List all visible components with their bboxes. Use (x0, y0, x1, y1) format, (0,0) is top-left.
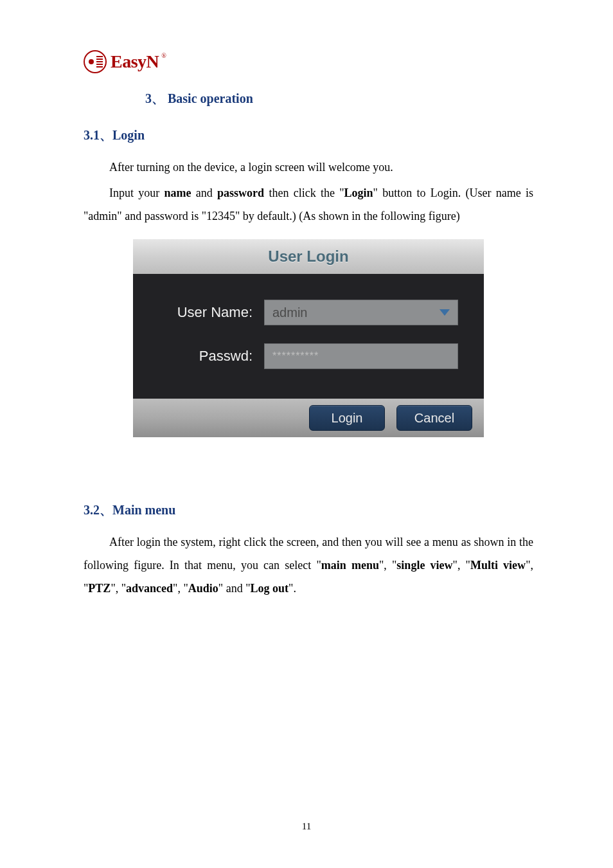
username-label: User Name: (159, 304, 264, 321)
section-title: 3、 Basic operation (145, 90, 533, 107)
brand-name: EasyN (111, 51, 159, 72)
dialog-footer: Login Cancel (133, 399, 484, 437)
brand-logo: EasyN ® (84, 50, 168, 73)
svg-point-1 (89, 59, 94, 64)
password-value: ********** (272, 350, 319, 362)
login-dialog: User Login User Name: admin Passwd: ****… (133, 239, 484, 437)
page-number: 11 (0, 821, 613, 832)
dialog-body: User Name: admin Passwd: ********** (133, 274, 484, 399)
cancel-button[interactable]: Cancel (396, 405, 472, 431)
login-paragraph-1: After turning on the device, a login scr… (84, 156, 533, 179)
username-value: admin (272, 305, 307, 320)
subsection-login-title: 3.1、Login (84, 127, 533, 144)
dialog-title: User Login (133, 239, 484, 274)
registered-mark: ® (161, 52, 166, 59)
camera-logo-icon (84, 50, 107, 73)
password-label: Passwd: (159, 348, 264, 365)
subsection-mainmenu-title: 3.2、Main menu (84, 502, 533, 519)
login-button[interactable]: Login (309, 405, 385, 431)
password-field[interactable]: ********** (264, 343, 458, 369)
mainmenu-paragraph: After login the system, right click the … (84, 530, 533, 600)
dropdown-icon[interactable] (440, 309, 450, 316)
login-paragraph-2: Input your name and password then click … (84, 181, 533, 228)
username-field[interactable]: admin (264, 300, 458, 325)
